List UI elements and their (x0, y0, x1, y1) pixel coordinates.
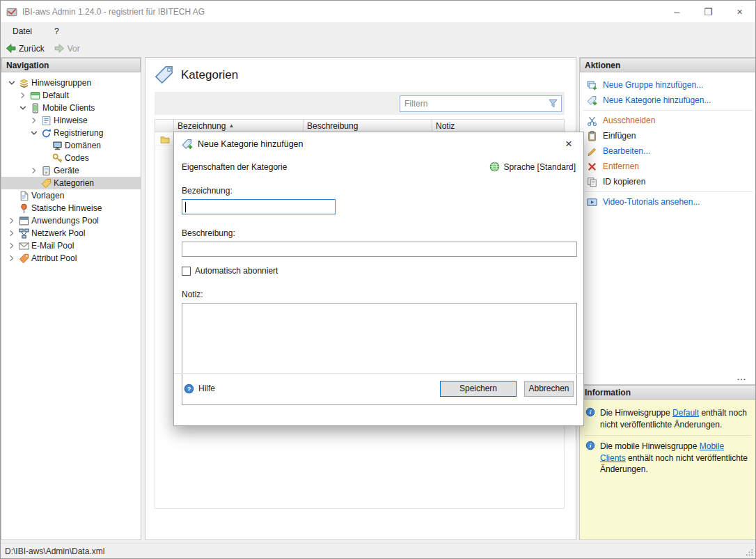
action-id-kopieren[interactable]: ID kopieren (580, 174, 756, 189)
info-icon: i (585, 441, 595, 450)
tree-item-hinweise[interactable]: Hinweise (1, 114, 141, 127)
action-label: Bearbeiten... (603, 146, 650, 156)
actions-separator (583, 191, 753, 192)
menu-bar: Datei? (1, 22, 755, 40)
tree-item-label: Kategorien (54, 178, 94, 188)
chevron-right-icon[interactable] (6, 216, 17, 226)
information-link[interactable]: Default (672, 408, 699, 418)
tree-item-label: Domänen (65, 141, 101, 150)
tree-item-mobile-clients[interactable]: Mobile Clients (1, 102, 141, 114)
info-text-before: Die Hinweisgruppe (600, 408, 672, 418)
action-ausschneiden[interactable]: Ausschneiden (580, 113, 756, 128)
chevron-right-icon[interactable] (29, 166, 39, 175)
svg-text:?: ? (187, 385, 191, 392)
video-icon (587, 197, 597, 207)
chevron-right-icon[interactable] (6, 228, 17, 238)
forward-label: Vor (68, 44, 80, 54)
help-icon: ? (184, 384, 194, 394)
tree-item-default[interactable]: Default (1, 89, 141, 102)
chevron-spacer (29, 178, 39, 188)
tree-item-anwendungs-pool[interactable]: Anwendungs Pool (1, 214, 141, 227)
column-header-notiz[interactable]: Notiz (432, 120, 564, 132)
language-label: Sprache [Standard] (504, 162, 576, 172)
registrierung-icon (41, 128, 52, 139)
action-einfuegen[interactable]: Einfügen (580, 128, 756, 143)
action-neue-kategorie[interactable]: Neue Kategorie hinzufügen... (580, 93, 756, 108)
bezeichnung-label: Bezeichnung: (182, 186, 576, 196)
hinweise-icon (41, 116, 52, 126)
column-label: Beschreibung (307, 121, 358, 131)
tree-item-label: Hinweisgruppen (31, 78, 91, 88)
table-header-icon-col (155, 120, 174, 132)
tree-item-netzwerk-pool[interactable]: Netzwerk Pool (1, 227, 141, 239)
kategorien-page-icon (155, 65, 173, 84)
chevron-spacer (40, 141, 50, 150)
dialog-close-icon[interactable]: × (558, 134, 579, 154)
column-header-bezeichnung[interactable]: Bezeichnung▲ (174, 120, 304, 132)
attribut-icon (19, 253, 29, 264)
filter-input[interactable] (400, 99, 548, 109)
column-label: Notiz (436, 121, 455, 131)
add-group-icon (587, 80, 597, 90)
tree-item-codes[interactable]: Codes (1, 152, 141, 164)
tree-item-kategorien[interactable]: Kategorien (1, 177, 141, 189)
action-entfernen[interactable]: Entfernen (580, 159, 756, 174)
column-header-beschreibung[interactable]: Beschreibung (304, 120, 432, 132)
resize-grip[interactable] (745, 548, 754, 557)
actions-overflow[interactable]: ... (580, 372, 756, 384)
abonniert-checkbox[interactable] (182, 267, 191, 276)
chevron-spacer (40, 153, 50, 163)
dialog-title: Neue Kategorie hinzufügen (198, 139, 304, 149)
maximize-button[interactable]: ❐ (693, 1, 724, 22)
action-bearbeiten[interactable]: Bearbeiten... (580, 143, 756, 159)
clipboard-icon (587, 131, 597, 141)
action-label: Entfernen (603, 162, 639, 171)
action-video-tutorials[interactable]: Video-Tutorials ansehen... (580, 194, 756, 210)
chevron-right-icon[interactable] (17, 90, 28, 100)
copy-icon (587, 177, 597, 187)
chevron-right-icon[interactable] (29, 116, 39, 125)
save-button[interactable]: Speichern (440, 381, 517, 397)
beschreibung-label: Beschreibung: (182, 228, 576, 238)
tree-item-geraete[interactable]: Geräte (1, 164, 141, 177)
page-title: Kategorien (181, 68, 238, 82)
tree-item-domaenen[interactable]: Domänen (1, 139, 141, 152)
close-button[interactable]: × (724, 1, 755, 22)
chevron-down-icon[interactable] (29, 128, 39, 138)
add-category-icon (587, 95, 597, 106)
cancel-button[interactable]: Abbrechen (524, 381, 574, 397)
information-item: iDie mobile Hinweisgruppe Mobile Clients… (585, 435, 751, 480)
app-window: IBI-aws Admin 1.24.0 - registriert für I… (0, 0, 756, 559)
column-label: Bezeichnung (178, 121, 226, 131)
menu-item-hilfe[interactable]: ? (52, 25, 62, 38)
action-label: Ausschneiden (603, 116, 655, 125)
bezeichnung-input[interactable] (182, 200, 335, 214)
language-selector[interactable]: Sprache [Standard] (489, 162, 576, 172)
action-label: Neue Kategorie hinzufügen... (603, 95, 711, 105)
chevron-down-icon[interactable] (6, 78, 17, 88)
tree-item-label: Geräte (54, 166, 79, 175)
tree-item-vorlagen[interactable]: Vorlagen (1, 189, 141, 202)
help-link[interactable]: ? Hilfe (184, 384, 215, 394)
scissors-icon (587, 116, 597, 126)
tree-item-statische-hinweise[interactable]: Statische Hinweise (1, 202, 141, 214)
tree-item-hinweisgruppen[interactable]: Hinweisgruppen (1, 77, 141, 89)
tree-item-email-pool[interactable]: E-Mail Pool (1, 239, 141, 252)
menu-item-datei[interactable]: Datei (10, 25, 35, 38)
minimize-button[interactable]: – (661, 1, 693, 22)
navigation-header: Navigation (1, 58, 141, 72)
forward-button[interactable]: Vor (54, 43, 80, 54)
actions-panel: Aktionen Neue Gruppe hinzufügen...Neue K… (579, 57, 756, 385)
chevron-down-icon[interactable] (17, 103, 28, 113)
vorlagen-icon (19, 191, 29, 201)
tree-item-attribut-pool[interactable]: Attribut Pool (1, 252, 141, 265)
action-label: Video-Tutorials ansehen... (603, 197, 700, 207)
tree-item-registrierung[interactable]: Registrierung (1, 127, 141, 139)
back-button[interactable]: Zurück (6, 43, 45, 54)
beschreibung-input[interactable] (182, 242, 577, 257)
action-neue-gruppe[interactable]: Neue Gruppe hinzufügen... (580, 77, 756, 93)
chevron-right-icon[interactable] (6, 253, 17, 263)
chevron-right-icon[interactable] (6, 241, 17, 251)
filter-funnel-icon[interactable] (548, 98, 558, 109)
tree-item-label: Hinweise (54, 116, 88, 125)
